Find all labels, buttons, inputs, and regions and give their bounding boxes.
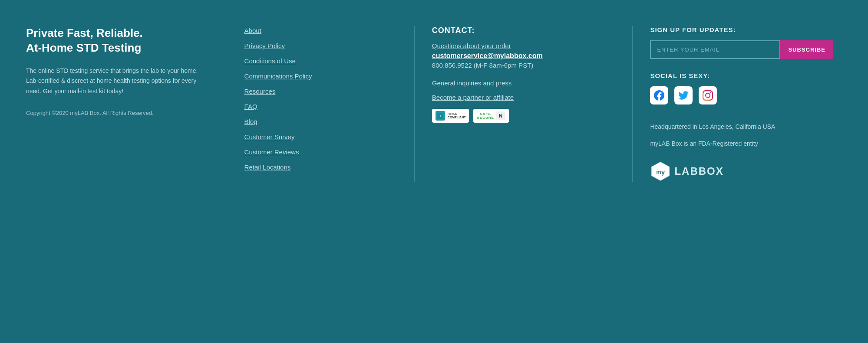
contact-column: CONTACT: Questions about your order cust… [414, 26, 633, 182]
nav-link-communications[interactable]: Communications Policy [244, 72, 397, 81]
brand-column: Private Fast, Reliable. At-Home STD Test… [17, 26, 227, 182]
contact-phone: 800.856.9522 (M-F 8am-6pm PST) [432, 62, 615, 69]
trust-badges: T HIPAA COMPLIANT SAFE SECURE N [432, 109, 615, 123]
subscribe-button[interactable]: SUBSCRIBE [780, 40, 833, 59]
social-icons-row [650, 86, 833, 105]
nav-link-reviews[interactable]: Customer Reviews [244, 147, 397, 157]
email-input[interactable] [650, 40, 780, 59]
signup-column: SIGN UP FOR UPDATES: SUBSCRIBE SOCIAL IS… [632, 26, 851, 182]
nav-link-survey[interactable]: Customer Survey [244, 132, 397, 141]
signup-label: SIGN UP FOR UPDATES: [650, 26, 833, 33]
contact-email[interactable]: customerservice@mylabbox.com [432, 52, 615, 60]
nav-link-retail[interactable]: Retail Locations [244, 163, 397, 172]
nav-link-resources[interactable]: Resources [244, 87, 397, 96]
svg-text:my: my [657, 169, 665, 176]
nav-link-conditions[interactable]: Conditions of Use [244, 56, 397, 65]
hipaa-badge: T HIPAA COMPLIANT [432, 109, 469, 123]
brand-description: The online STD testing service that brin… [26, 66, 209, 97]
contact-partner-link[interactable]: Become a partner or affiliate [432, 94, 615, 101]
logo-hex-icon: my [650, 161, 671, 182]
fda-text: myLAB Box is an FDA-Registered entity [650, 140, 833, 147]
nav-link-faq[interactable]: FAQ [244, 102, 397, 111]
hipaa-icon: T [436, 111, 445, 121]
footer: Private Fast, Reliable. At-Home STD Test… [0, 0, 868, 208]
svg-text:T: T [439, 114, 441, 118]
contact-general-link[interactable]: General inquiries and press [432, 79, 615, 87]
social-label: SOCIAL IS SEXY: [650, 72, 833, 79]
nav-link-about[interactable]: About [244, 26, 397, 35]
logo-labbox-text: LABBOX [674, 165, 723, 177]
svg-text:N: N [499, 113, 502, 118]
hipaa-text: HIPAA COMPLIANT [448, 112, 466, 120]
twitter-icon[interactable] [674, 86, 693, 105]
nav-links-column: About Privacy Policy Conditions of Use C… [227, 26, 414, 182]
email-subscribe-row: SUBSCRIBE [650, 40, 833, 59]
brand-copyright: Copyright ©2020 myLAB Box. All Rights Re… [26, 110, 209, 116]
brand-logo: my LABBOX [650, 161, 833, 182]
nav-link-privacy[interactable]: Privacy Policy [244, 41, 397, 50]
safe-secure-badge: SAFE SECURE N [473, 109, 508, 123]
instagram-icon[interactable] [699, 86, 717, 105]
contact-order-link[interactable]: Questions about your order [432, 42, 615, 49]
contact-heading: CONTACT: [432, 26, 615, 35]
brand-title: Private Fast, Reliable. At-Home STD Test… [26, 26, 209, 56]
hq-text: Headquartered in Los Angeles, California… [650, 122, 833, 131]
facebook-icon[interactable] [650, 86, 668, 105]
nav-link-blog[interactable]: Blog [244, 117, 397, 126]
